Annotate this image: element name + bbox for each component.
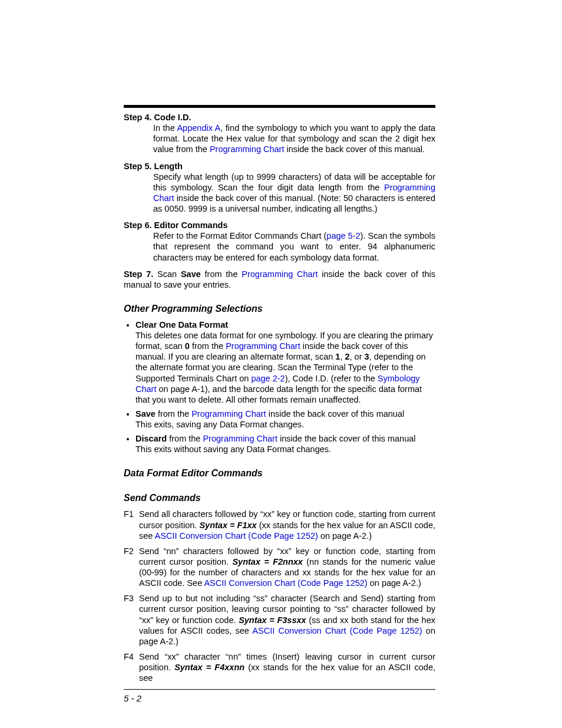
text: Scan [153, 269, 181, 279]
step-4-label: Step 4. Code I.D. [124, 112, 435, 123]
heading-send-commands: Send Commands [124, 492, 435, 504]
other-list: Clear One Data Format This deletes one d… [124, 319, 435, 455]
top-rule [124, 105, 435, 108]
text: on page A-2.) [318, 531, 372, 541]
step-5: Step 5. Length Specify what length (up t… [124, 161, 435, 215]
heading-other-programming: Other Programming Selections [124, 303, 435, 315]
item-clear-one: Clear One Data Format This deletes one d… [135, 319, 435, 405]
text-bold: 0 [185, 341, 190, 351]
cmd-tag: F3 [124, 593, 139, 647]
step-7-label: Step 7. [124, 269, 153, 279]
syntax: Syntax = F3ssxx [239, 615, 306, 625]
step-4-body: In the Appendix A, find the symbology to… [124, 123, 435, 154]
text-bold: 3 [365, 352, 369, 361]
link-programming-chart[interactable]: Programming Chart [226, 341, 300, 351]
page-number: 5 - 2 [124, 693, 141, 704]
text: Refer to the Format Editor Commands Char… [153, 231, 326, 241]
text: from the [201, 269, 242, 279]
link-page-2-2[interactable]: page 2-2 [251, 374, 285, 383]
text-bold: Save [181, 269, 201, 279]
cmd-text: Send all characters followed by “xx” key… [139, 509, 435, 541]
cmd-f3: F3 Send up to but not including “ss” cha… [124, 593, 435, 647]
text: on page A-2.) [368, 578, 421, 588]
text-bold: Save [135, 409, 156, 419]
text: ), Code I.D. (refer to the [285, 374, 378, 383]
cmd-f2: F2 Send “nn” characters followed by “xx”… [124, 546, 435, 589]
link-programming-chart[interactable]: Programming Chart [191, 409, 266, 419]
footer-rule [124, 689, 435, 690]
text: inside the back cover of this manual [277, 434, 416, 443]
link-programming-chart[interactable]: Programming Chart [242, 269, 318, 279]
text-bold: Discard [135, 434, 167, 443]
heading-data-format-editor: Data Format Editor Commands [124, 467, 435, 479]
cmd-text: Send up to but not including “ss” charac… [139, 593, 435, 647]
cmd-f1: F1 Send all characters followed by “xx” … [124, 509, 435, 541]
step-7: Step 7. Scan Save from the Programming C… [124, 269, 435, 290]
cmd-tag: F4 [124, 651, 139, 683]
text-bold: 2 [345, 352, 349, 361]
syntax: Syntax = F2nnxx [232, 557, 302, 566]
text: inside the back cover of this manual. [284, 144, 425, 154]
text: inside the back cover of this manual [266, 409, 405, 419]
step-6: Step 6. Editor Commands Refer to the For… [124, 220, 435, 263]
step-6-body: Refer to the Format Editor Commands Char… [124, 230, 435, 262]
link-programming-chart[interactable]: Programming Chart [210, 144, 285, 154]
step-6-label: Step 6. Editor Commands [124, 220, 435, 230]
cmd-text: Send “nn” characters followed by “xx” ke… [139, 546, 435, 589]
text: This exits, saving any Data Format chang… [135, 420, 304, 429]
step-4: Step 4. Code I.D. In the Appendix A, fin… [124, 112, 435, 155]
text: , or [350, 352, 365, 361]
link-ascii-chart[interactable]: ASCII Conversion Chart (Code Page 1252) [252, 626, 422, 635]
syntax: Syntax = F1xx [199, 521, 256, 530]
text: In the [153, 123, 177, 133]
text: inside the back cover of this manual. (N… [153, 193, 435, 213]
text: This exits without saving any Data Forma… [135, 444, 331, 454]
cmd-f4: F4 Send “xx” character “nn” times (Inser… [124, 651, 435, 683]
content-area: Step 4. Code I.D. In the Appendix A, fin… [124, 112, 435, 683]
text-bold: Clear One Data Format [135, 320, 228, 330]
step-5-label: Step 5. Length [124, 161, 435, 172]
link-page-5-2[interactable]: page 5-2 [326, 231, 360, 241]
page: Step 4. Code I.D. In the Appendix A, fin… [0, 0, 562, 728]
link-programming-chart[interactable]: Programming Chart [203, 434, 277, 443]
text: on page A-1), and the barcode data lengt… [135, 384, 422, 404]
link-ascii-chart[interactable]: ASCII Conversion Chart (Code Page 1252) [204, 578, 367, 588]
link-appendix-a[interactable]: Appendix A [177, 123, 220, 133]
cmd-tag: F1 [124, 509, 139, 541]
text: from the [190, 341, 226, 351]
text: from the [156, 409, 191, 419]
item-discard: Discard from the Programming Chart insid… [135, 433, 435, 454]
item-save: Save from the Programming Chart inside t… [135, 409, 435, 430]
cmd-tag: F2 [124, 546, 139, 589]
link-ascii-chart[interactable]: ASCII Conversion Chart (Code Page 1252) [155, 531, 318, 541]
syntax: Syntax = F4xxnn [174, 663, 244, 672]
step-5-body: Specify what length (up to 9999 characte… [124, 172, 435, 215]
text: from the [167, 434, 203, 443]
cmd-text: Send “xx” character “nn” times (Insert) … [139, 651, 435, 683]
